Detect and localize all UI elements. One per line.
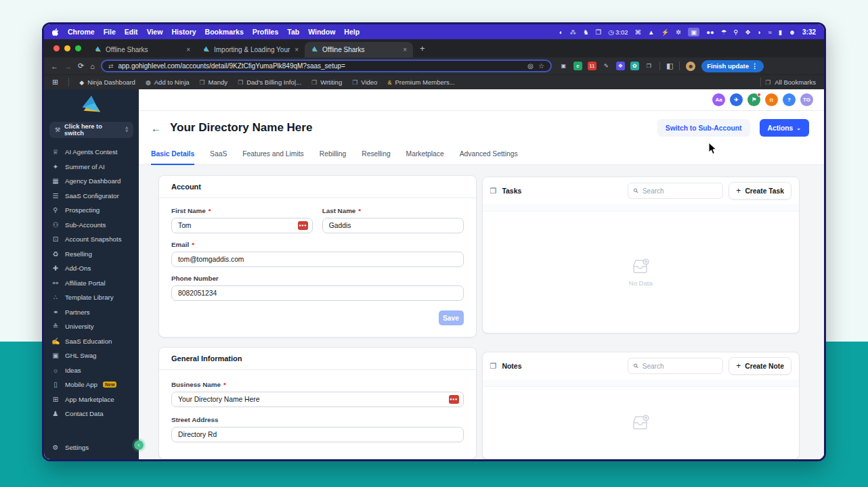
extension-icon[interactable]: ▣ — [559, 62, 568, 70]
sidebar-item[interactable]: ♻ Reselling — [51, 247, 131, 262]
sidebar-item[interactable]: ⚲ Prospecting — [51, 203, 131, 218]
close-window-button[interactable] — [53, 45, 60, 51]
sidebar-item[interactable]: ⚇ Sub-Accounts — [51, 218, 131, 233]
first-name-field[interactable] — [171, 218, 313, 233]
menubar-menu[interactable]: Window — [308, 28, 335, 36]
sidebar-item[interactable]: ☰ SaaS Configurator — [51, 189, 131, 204]
detail-tab[interactable]: SaaS — [210, 150, 227, 165]
bookmark-item[interactable]: ◍ Add to Ninja — [146, 78, 190, 86]
detail-tab[interactable]: Advanced Settings — [460, 150, 518, 165]
sidebar-item[interactable]: ♟ Contact Data — [51, 407, 131, 421]
bookmark-star-icon[interactable]: ☆ — [538, 62, 544, 70]
menubar-status-icon[interactable]: ▲ — [648, 28, 654, 36]
chrome-profile-avatar[interactable]: ☻ — [686, 62, 695, 71]
menubar-status-icon[interactable]: ❖ — [745, 28, 751, 36]
create-task-button[interactable]: + Create Task — [729, 182, 791, 200]
location-pin-icon[interactable]: ◎ — [527, 62, 534, 70]
zoom-window-button[interactable] — [75, 45, 81, 51]
menubar-status-icon[interactable]: ☂ — [721, 28, 727, 36]
menubar-status-icon[interactable]: ◗ — [758, 28, 762, 36]
email-field[interactable] — [171, 252, 464, 267]
connect-icon[interactable]: ✈ — [730, 93, 743, 106]
back-icon[interactable]: ← — [51, 62, 58, 70]
menubar-menu[interactable]: Tab — [287, 28, 299, 36]
detail-tab[interactable]: Marketplace — [406, 150, 444, 165]
sidebar-item[interactable]: ⊞ App Marketplace — [51, 392, 131, 407]
reload-icon[interactable]: ⟳ — [78, 62, 84, 70]
bookmark-item[interactable]: & Premium Members... — [387, 78, 454, 86]
translate-icon[interactable]: Aa — [712, 93, 725, 106]
menubar-status-icon[interactable]: ⁂ — [570, 28, 577, 36]
menubar-menu[interactable]: Profiles — [253, 28, 279, 36]
menubar-status-icon[interactable]: ●● — [706, 28, 714, 36]
extension-icon[interactable]: ❒ — [645, 62, 653, 70]
sidebar-item[interactable]: ⊡ Account Snapshots — [51, 232, 131, 247]
menubar-status-icon[interactable]: ⚡ — [661, 28, 669, 36]
extension-overlay-icon[interactable]: ●●● — [298, 221, 308, 230]
menubar-menu[interactable]: Edit — [125, 28, 138, 36]
finish-update-button[interactable]: Finish update ⋮ — [701, 60, 763, 72]
back-arrow-icon[interactable]: ← — [151, 122, 161, 134]
street-address-field[interactable] — [171, 427, 464, 442]
detail-tab[interactable]: Features and Limits — [242, 150, 303, 165]
menubar-status-icon[interactable]: ◷ 3:02 — [608, 28, 628, 36]
sidebar-item[interactable]: ⚭ Partners — [51, 305, 131, 320]
extension-icon[interactable]: ✿ — [630, 62, 639, 70]
browser-tab[interactable]: Offline Sharks × — [305, 42, 413, 57]
save-button[interactable]: Save — [439, 310, 464, 325]
notes-search[interactable]: ⚲ — [628, 358, 723, 374]
menubar-status-icon[interactable]: ⌘ — [635, 28, 642, 36]
menubar-menu[interactable]: Help — [344, 28, 360, 36]
sidebar-item[interactable]: ♕ AI Agents Contest — [51, 145, 131, 160]
detail-tab[interactable]: Reselling — [362, 150, 390, 165]
notifications-bell-icon[interactable]: ⍾ — [765, 93, 778, 106]
tab-close-icon[interactable]: × — [295, 46, 299, 53]
sidebar-item[interactable]: ✍ SaaS Education — [51, 334, 131, 349]
extension-icon[interactable]: ❖ — [616, 62, 625, 70]
apple-menu-icon[interactable] — [52, 28, 59, 36]
sidebar-item[interactable]: ⚯ Affiliate Portal — [51, 276, 131, 291]
menubar-status-icon[interactable]: ◐ — [559, 28, 563, 36]
side-panel-icon[interactable]: ◧ — [666, 62, 673, 70]
sidebar-item[interactable]: ▯ Mobile App New — [51, 377, 131, 392]
sidebar-item[interactable]: ≙ University — [51, 319, 131, 334]
minimize-window-button[interactable] — [64, 45, 70, 51]
switch-to-sub-account-button[interactable]: Switch to Sub-Account — [657, 119, 750, 137]
bookmark-item[interactable]: ❐ Dad's Billing Info|... — [238, 78, 301, 86]
menubar-menu[interactable]: Bookmarks — [205, 28, 244, 36]
tasks-search[interactable]: ⚲ — [628, 183, 723, 199]
extension-icon[interactable]: 11 — [588, 62, 596, 70]
help-icon[interactable]: ? — [783, 93, 796, 106]
extension-overlay-icon[interactable]: ●●● — [449, 395, 459, 404]
all-bookmarks-button[interactable]: ❐ All Bookmarks — [760, 78, 816, 87]
actions-button[interactable]: Actions ⌄ — [760, 119, 809, 137]
announcements-icon[interactable]: ⚑ — [747, 93, 760, 106]
tune-icon[interactable]: ⇄ — [108, 63, 114, 70]
account-switcher[interactable]: ⚒ Click here to switch ˄˅ — [49, 122, 133, 138]
phone-field[interactable] — [171, 285, 464, 301]
tab-close-icon[interactable]: × — [186, 46, 190, 53]
menubar-status-icon[interactable]: ▮ — [779, 28, 782, 36]
menubar-status-icon[interactable]: ☻ — [789, 28, 796, 36]
menubar-status-icon[interactable]: ♞ — [583, 28, 589, 36]
detail-tab[interactable]: Basic Details — [151, 150, 194, 165]
new-tab-button[interactable]: + — [413, 43, 432, 53]
sidebar-item[interactable]: ▦ Agency Dashboard — [51, 174, 131, 189]
sidebar-item[interactable]: ▣ GHL Swag — [51, 348, 131, 363]
sidebar-item[interactable]: ✚ Add-Ons — [51, 261, 131, 276]
notes-search-input[interactable] — [643, 363, 717, 370]
browser-tab[interactable]: Offline Sharks × — [88, 42, 196, 57]
sidebar-item[interactable]: ∴ Template Library — [51, 290, 131, 305]
menubar-status-icon[interactable]: ≈ — [768, 28, 772, 36]
tasks-search-input[interactable] — [643, 187, 717, 195]
bookmark-item[interactable]: ❐ Video — [352, 78, 377, 86]
extension-icon[interactable]: e — [573, 62, 582, 70]
home-icon[interactable]: ⌂ — [90, 62, 95, 70]
menubar-menu[interactable]: History — [171, 28, 196, 36]
last-name-field[interactable] — [322, 218, 464, 233]
menubar-status-icon[interactable]: ✲ — [676, 28, 681, 36]
sidebar-item-settings[interactable]: ⚙ Settings — [44, 435, 139, 459]
browser-tab[interactable]: Importing & Loading Your Sn × — [196, 42, 305, 57]
url-text[interactable]: app.gohighlevel.com/accounts/detail/9KZt… — [118, 62, 523, 70]
menubar-menu[interactable]: Chrome — [68, 28, 95, 36]
